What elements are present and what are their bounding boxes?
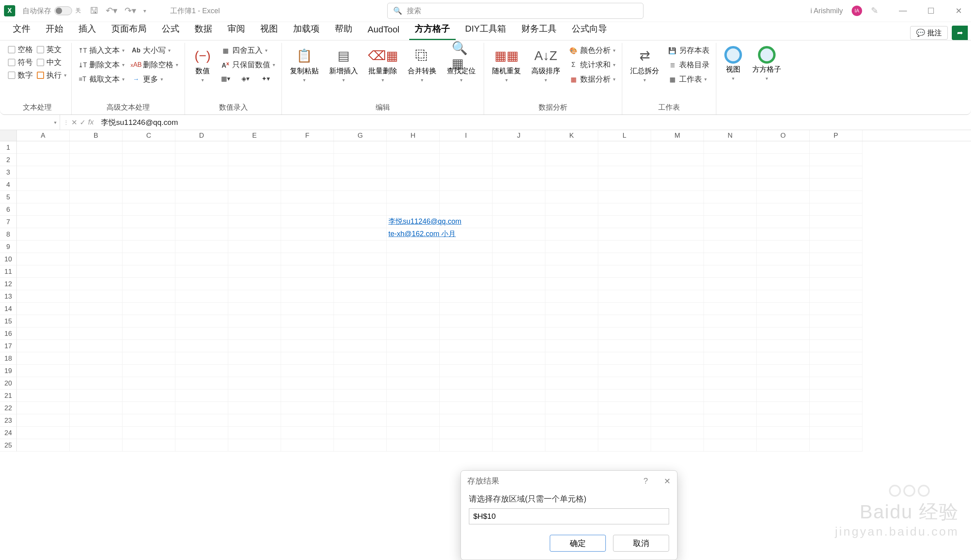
name-box[interactable]: ▾ <box>0 115 60 130</box>
cell-D8[interactable] <box>175 228 228 241</box>
cell-M13[interactable] <box>651 290 704 303</box>
btn-round[interactable]: ▦四舍五入 <box>219 44 277 56</box>
row-header[interactable]: 20 <box>0 377 17 389</box>
qat-dropdown-icon[interactable]: ▾ <box>143 8 146 14</box>
cell-C5[interactable] <box>123 191 175 203</box>
row-header[interactable]: 15 <box>0 315 17 327</box>
cell-H18[interactable] <box>387 352 440 365</box>
cell-I10[interactable] <box>440 253 493 265</box>
row-header[interactable]: 11 <box>0 265 17 278</box>
cell-C17[interactable] <box>123 340 175 352</box>
cell-G19[interactable] <box>334 365 387 377</box>
cell-P15[interactable] <box>810 315 862 327</box>
tab-AudTool[interactable]: AudTool <box>362 21 405 40</box>
cell-K17[interactable] <box>545 340 598 352</box>
cell-D2[interactable] <box>175 154 228 166</box>
cell-I2[interactable] <box>440 154 493 166</box>
cell-J8[interactable] <box>493 228 545 241</box>
cell-B21[interactable] <box>70 389 123 402</box>
cell-E22[interactable] <box>228 402 281 414</box>
row-header[interactable]: 16 <box>0 327 17 340</box>
cell-B16[interactable] <box>70 327 123 340</box>
cell-D13[interactable] <box>175 290 228 303</box>
row-header[interactable]: 13 <box>0 290 17 303</box>
cell-G10[interactable] <box>334 253 387 265</box>
cell-D19[interactable] <box>175 365 228 377</box>
cell-K18[interactable] <box>545 352 598 365</box>
cell-J10[interactable] <box>493 253 545 265</box>
cell-L9[interactable] <box>598 241 651 253</box>
cell-E12[interactable] <box>228 278 281 290</box>
cell-A16[interactable] <box>17 327 70 340</box>
cell-C3[interactable] <box>123 166 175 179</box>
cell-M25[interactable] <box>651 439 704 452</box>
cell-O23[interactable] <box>757 414 810 427</box>
btn-view-ring[interactable]: 视图 <box>721 44 745 83</box>
cell-H1[interactable] <box>387 141 440 154</box>
cell-K14[interactable] <box>545 303 598 315</box>
col-header-H[interactable]: H <box>387 130 440 141</box>
ok-button[interactable]: 确定 <box>550 535 606 552</box>
row-header[interactable]: 19 <box>0 365 17 377</box>
redo-icon[interactable]: ↷▾ <box>125 6 136 16</box>
cell-P8[interactable] <box>810 228 862 241</box>
cell-A13[interactable] <box>17 290 70 303</box>
cell-O13[interactable] <box>757 290 810 303</box>
cell-C9[interactable] <box>123 241 175 253</box>
cell-M17[interactable] <box>651 340 704 352</box>
tab-插入[interactable]: 插入 <box>73 20 102 40</box>
cell-M1[interactable] <box>651 141 704 154</box>
cell-I20[interactable] <box>440 377 493 389</box>
row-header[interactable]: 25 <box>0 439 17 452</box>
minimize-button[interactable]: — <box>895 6 911 16</box>
cell-L14[interactable] <box>598 303 651 315</box>
cell-J15[interactable] <box>493 315 545 327</box>
cell-G21[interactable] <box>334 389 387 402</box>
col-header-N[interactable]: N <box>704 130 757 141</box>
cell-H14[interactable] <box>387 303 440 315</box>
cell-C12[interactable] <box>123 278 175 290</box>
tab-数据[interactable]: 数据 <box>189 20 218 40</box>
cell-G25[interactable] <box>334 439 387 452</box>
btn-del-space[interactable]: xAB删除空格 <box>130 59 180 71</box>
cell-H10[interactable] <box>387 253 440 265</box>
cell-L23[interactable] <box>598 414 651 427</box>
cell-K23[interactable] <box>545 414 598 427</box>
tab-页面布局[interactable]: 页面布局 <box>106 20 152 40</box>
cell-P11[interactable] <box>810 265 862 278</box>
cell-D25[interactable] <box>175 439 228 452</box>
cell-E6[interactable] <box>228 203 281 216</box>
cell-N6[interactable] <box>704 203 757 216</box>
btn-more[interactable]: →更多 <box>130 73 180 85</box>
cancel-button[interactable]: 取消 <box>613 535 669 552</box>
cell-B24[interactable] <box>70 427 123 439</box>
col-header-I[interactable]: I <box>440 130 493 141</box>
cell-G15[interactable] <box>334 315 387 327</box>
cell-D22[interactable] <box>175 402 228 414</box>
cell-J19[interactable] <box>493 365 545 377</box>
cell-P17[interactable] <box>810 340 862 352</box>
cell-G2[interactable] <box>334 154 387 166</box>
cell-F3[interactable] <box>281 166 334 179</box>
row-header[interactable]: 6 <box>0 203 17 216</box>
row-header[interactable]: 10 <box>0 253 17 265</box>
cell-G22[interactable] <box>334 402 387 414</box>
search-box[interactable]: 🔍 搜索 <box>387 3 643 19</box>
cell-E19[interactable] <box>228 365 281 377</box>
cell-J1[interactable] <box>493 141 545 154</box>
cell-J13[interactable] <box>493 290 545 303</box>
cell-N7[interactable] <box>704 216 757 228</box>
cell-I1[interactable] <box>440 141 493 154</box>
cell-P14[interactable] <box>810 303 862 315</box>
cell-O1[interactable] <box>757 141 810 154</box>
cell-P24[interactable] <box>810 427 862 439</box>
cell-I17[interactable] <box>440 340 493 352</box>
cell-M2[interactable] <box>651 154 704 166</box>
cell-L3[interactable] <box>598 166 651 179</box>
cell-E1[interactable] <box>228 141 281 154</box>
cell-B8[interactable] <box>70 228 123 241</box>
cell-A3[interactable] <box>17 166 70 179</box>
cell-M11[interactable] <box>651 265 704 278</box>
cell-G14[interactable] <box>334 303 387 315</box>
cell-F17[interactable] <box>281 340 334 352</box>
